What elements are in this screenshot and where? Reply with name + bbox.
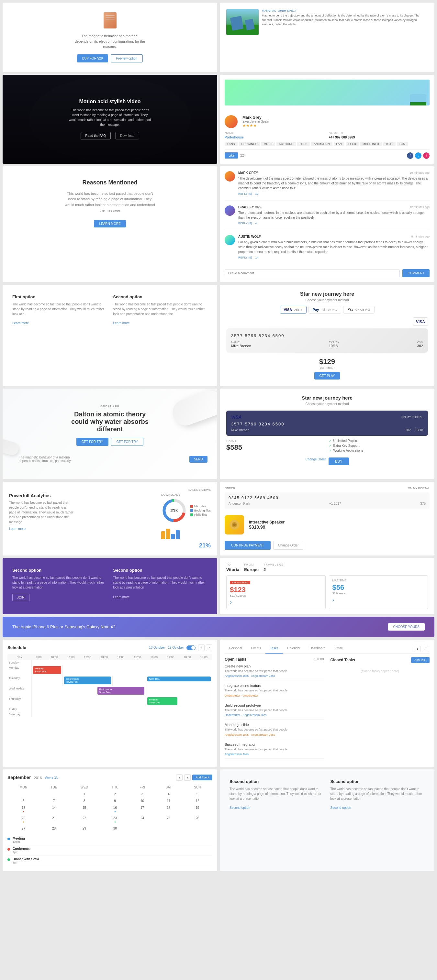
like-button[interactable]: Like [225, 153, 238, 159]
schedule-row: Tuesday ConferenceHayley Paul NOT BIG [8, 676, 212, 686]
second-option-link[interactable]: Learn more [113, 321, 130, 325]
tab-email[interactable]: Email [330, 644, 347, 654]
facebook-icon[interactable]: f [407, 153, 413, 159]
calendar-day[interactable] [8, 791, 40, 797]
credit-card-display: 3577 5799 8234 6500 NAME Mike Brenon EXP… [226, 328, 428, 353]
calendar-day[interactable]: 3 [130, 791, 155, 797]
option3-link[interactable]: Second option [330, 806, 351, 810]
calendar-day[interactable]: 29 [68, 825, 100, 832]
read-faq-button[interactable]: Read the FAQ [81, 132, 111, 140]
calendar-day[interactable]: 16● [100, 804, 130, 815]
payment2-cvv: 302 [406, 428, 411, 432]
calendar-day[interactable]: 11 [155, 797, 182, 804]
calendar-day[interactable]: 28 [40, 825, 68, 832]
calendar-day[interactable] [155, 825, 182, 832]
first-option-link[interactable]: Learn more [12, 321, 29, 325]
applepay-option[interactable]: Pay APPLE PAY [343, 306, 375, 313]
calendar-day[interactable] [183, 825, 212, 832]
price1-arrow-button[interactable]: › [230, 599, 232, 606]
event-block[interactable]: MeetingTanya Gre [147, 697, 178, 705]
calendar-day[interactable] [40, 791, 68, 797]
learn-more-button[interactable]: LEARN MORE [94, 220, 126, 228]
comment-input[interactable] [225, 269, 400, 277]
calendar-day[interactable]: 20● [8, 815, 40, 825]
choose-yours-button[interactable]: CHOOSE YOURS [388, 623, 425, 631]
purple-join-button[interactable]: JOIN [12, 594, 29, 601]
get-play-button[interactable]: GET PLAY [314, 372, 340, 380]
calendar-day[interactable]: 22 [68, 815, 100, 825]
schedule-prev-button[interactable]: ‹ [198, 644, 204, 651]
like-link[interactable]: 12 [255, 192, 258, 196]
tab-calendar[interactable]: Calendar [283, 644, 305, 654]
event-block[interactable]: BrainstormShera Doss [97, 687, 144, 695]
tag-item: FEED [346, 142, 359, 146]
calendar-day[interactable]: 27 [8, 825, 40, 832]
add-task-button[interactable]: Add Task [411, 657, 429, 663]
reply-link[interactable]: REPLY (5) [238, 256, 252, 259]
calendar-next-button[interactable]: › [184, 774, 191, 781]
buy-button[interactable]: BUY FOR $29 [77, 54, 108, 62]
calendar-prev-button[interactable]: ‹ [176, 774, 183, 781]
calendar-day[interactable]: 23● [100, 815, 130, 825]
analytics-learn-more[interactable]: Learn more [9, 527, 74, 531]
twitter-icon[interactable]: t [415, 153, 421, 159]
event-block[interactable]: NOT BIG [147, 676, 211, 681]
calendar-day[interactable] [130, 825, 155, 832]
calendar-day[interactable]: 1 [68, 791, 100, 797]
tab-personal[interactable]: Personal [225, 644, 246, 654]
calendar-day[interactable]: 9 [100, 797, 130, 804]
calendar-day[interactable]: 8 [68, 797, 100, 804]
calendar-day[interactable]: 14 [40, 804, 68, 815]
calendar-day[interactable]: 12 [183, 797, 212, 804]
calendar-day[interactable]: 26 [183, 815, 212, 825]
calendar-day[interactable]: 7 [40, 797, 68, 804]
reply-link[interactable]: REPLY (3) [238, 222, 252, 225]
toggle-switch[interactable] [187, 646, 196, 650]
calendar-day[interactable]: 18 [155, 804, 182, 815]
bar2 [166, 529, 170, 539]
price2-arrow-button[interactable]: › [332, 597, 334, 603]
dalton-try-button[interactable]: GET FOR TRY [77, 438, 108, 446]
continue-payment-button[interactable]: CONTINUE PAYMENT [225, 541, 271, 550]
reply-link[interactable]: REPLY (5) [238, 192, 252, 196]
change-order-button[interactable]: Change Order [273, 541, 303, 550]
tab-tasks[interactable]: Tasks [265, 644, 283, 654]
preview-button[interactable]: Preview option [111, 54, 143, 62]
visa-option[interactable]: VISA DEBIT [280, 306, 306, 313]
submit-comment-button[interactable]: COMMENT [402, 269, 429, 277]
schedule-next-button[interactable]: › [206, 644, 212, 651]
calendar-day[interactable]: 5 [183, 791, 212, 797]
download-button[interactable]: Download [115, 132, 139, 140]
like-link[interactable]: 14 [255, 256, 258, 259]
card-number: 3577 5799 8234 6500 [231, 333, 423, 338]
tasks-next-button[interactable]: › [422, 646, 428, 652]
dalton-send-button[interactable]: SEND [189, 456, 207, 463]
dalton-get-button[interactable]: GET FOR TRY [111, 438, 144, 446]
tab-dashboard[interactable]: Dashboard [305, 644, 330, 654]
event-block[interactable]: ConferenceHayley Paul [64, 676, 111, 684]
calendar-day[interactable]: 17 [130, 804, 155, 815]
paypal-option[interactable]: Pay Pal PAYPAL [308, 306, 341, 313]
calendar-day[interactable]: 21 [40, 815, 68, 825]
instagram-icon[interactable]: i [423, 153, 429, 159]
calendar-day[interactable]: 19 [183, 804, 212, 815]
tasks-prev-button[interactable]: ‹ [414, 646, 421, 652]
buy-button[interactable]: BUY [329, 458, 349, 465]
calendar-day[interactable]: 24 [130, 815, 155, 825]
option2-link[interactable]: Second option [230, 806, 250, 810]
travelers-count: 2 [263, 567, 284, 572]
purple-learn-more-link[interactable]: Learn more [113, 595, 130, 599]
calendar-day[interactable]: 4 [155, 791, 182, 797]
calendar-day[interactable]: 2 [100, 791, 130, 797]
calendar-day[interactable]: 15 [68, 804, 100, 815]
tab-events[interactable]: Events [246, 644, 265, 654]
add-event-button[interactable]: Add Event [192, 775, 212, 780]
like-link[interactable]: 4 [255, 222, 257, 225]
calendar-day[interactable]: 13● [8, 804, 40, 815]
calendar-day[interactable]: 10 [130, 797, 155, 804]
event-block[interactable]: MeetingAustin Wolf [33, 666, 61, 674]
calendar-day[interactable]: 30 [100, 825, 130, 832]
calendar-day[interactable]: 6 [8, 797, 40, 804]
change-order-link[interactable]: Change Order [306, 458, 326, 465]
calendar-day[interactable]: 25 [155, 815, 182, 825]
